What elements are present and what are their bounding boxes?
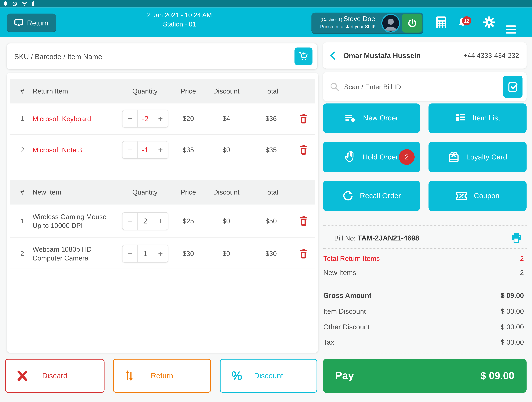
bill-label: Bill No: (334, 234, 358, 242)
cashier-text: (Cashier 1) Steve Doe Punch In to start … (314, 15, 381, 29)
col-discount: Discount (213, 188, 240, 196)
delete-item-button[interactable] (299, 114, 308, 124)
calculator-icon[interactable] (436, 16, 447, 29)
summary-value: $ 00.00 (501, 307, 524, 315)
return-action-button[interactable]: Return (113, 359, 211, 393)
quantity-value: 2 (137, 213, 153, 230)
col-discount: Discount (213, 87, 240, 95)
wifi-icon (22, 1, 27, 6)
quantity-stepper[interactable]: − -2 + (122, 110, 168, 127)
notification-badge: 12 (462, 16, 471, 25)
return-table-header: # Return Item Quantity Price Discount To… (10, 79, 315, 103)
decrease-button[interactable]: − (122, 245, 137, 262)
summary-value: $ 00.00 (501, 323, 524, 331)
quantity-stepper[interactable]: − -1 + (122, 141, 168, 159)
col-quantity: Quantity (132, 87, 158, 95)
col-price: Price (181, 188, 196, 196)
cashier-subtitle: Punch In to start your Shift! (314, 24, 381, 29)
add-to-cart-button[interactable] (294, 48, 312, 65)
recall-order-button[interactable]: Recall Order (323, 181, 420, 211)
customer-name: Omar Mustafa Hussein (343, 51, 421, 60)
discount-button[interactable]: % Discount (220, 359, 317, 393)
item-total: $36 (266, 115, 277, 123)
col-index: # (20, 188, 24, 196)
decrease-button[interactable]: − (122, 213, 137, 230)
discount-label: Discount (221, 371, 317, 380)
summary-label: Total Return Items (323, 254, 380, 263)
playlist-add-icon (345, 113, 356, 123)
summary-value: 2 (520, 269, 524, 277)
sku-search-input[interactable] (13, 43, 252, 70)
bill-search-card (323, 72, 526, 101)
delete-item-button[interactable] (299, 145, 308, 155)
loyalty-card-label: Loyalty Card (466, 153, 507, 161)
row-number: 2 (20, 146, 24, 154)
hand-icon (345, 151, 356, 163)
summary-label: Gross Amount (323, 291, 371, 300)
item-total: $35 (266, 146, 277, 154)
order-items-card: # Return Item Quantity Price Discount To… (7, 73, 318, 353)
bill-id-input[interactable] (343, 72, 481, 102)
status-bar (0, 0, 532, 7)
return-mode-button[interactable]: Return (7, 13, 56, 32)
menu-icon[interactable] (506, 25, 516, 35)
increase-button[interactable]: + (153, 110, 168, 127)
coupon-button[interactable]: Coupon (429, 181, 526, 211)
clipboard-check-icon (507, 81, 518, 93)
item-name: Microsoft Keyboard (33, 114, 113, 123)
clock-sync-icon (12, 1, 17, 6)
delete-item-button[interactable] (299, 216, 308, 226)
chevron-left-icon[interactable] (329, 51, 336, 60)
increase-button[interactable]: + (153, 213, 168, 230)
return-action-label: Return (114, 371, 210, 380)
new-item-row: 2 Webcam 1080p HD Computer Camera − 1 + … (10, 238, 315, 270)
airplay-return-icon (14, 19, 24, 27)
pay-label: Pay (335, 370, 354, 382)
quantity-stepper[interactable]: − 2 + (122, 212, 168, 230)
col-total: Total (264, 87, 278, 95)
delete-item-button[interactable] (299, 249, 308, 259)
decrease-button[interactable]: − (122, 110, 137, 127)
decrease-button[interactable]: − (122, 141, 137, 158)
cashier-chip[interactable]: (Cashier 1) Steve Doe Punch In to start … (311, 13, 424, 34)
item-price: $25 (183, 217, 194, 225)
summary-value: $ 00.00 (501, 338, 524, 346)
divider (323, 248, 526, 249)
pay-button[interactable]: Pay $ 09.00 (323, 359, 526, 393)
item-total: $50 (266, 217, 277, 225)
divider (323, 225, 526, 226)
summary-row-tax: Tax $ 00.00 (323, 336, 526, 348)
item-list-button[interactable]: Item List (429, 103, 526, 133)
divider (10, 269, 315, 269)
datetime-block: 2 Jan 2021 - 10:24 AM Station - 01 (147, 11, 212, 29)
increase-button[interactable]: + (153, 141, 168, 158)
station: Station - 01 (147, 20, 212, 29)
recall-order-label: Recall Order (360, 192, 401, 200)
loyalty-card-button[interactable]: Loyalty Card (429, 142, 526, 172)
quantity-value: -1 (137, 141, 153, 158)
quantity-stepper[interactable]: − 1 + (122, 245, 168, 263)
summary-label: Item Discount (323, 307, 366, 315)
new-order-button[interactable]: New Order (323, 103, 420, 133)
print-icon[interactable] (510, 232, 523, 244)
avatar (381, 14, 400, 33)
row-number: 1 (20, 217, 24, 225)
item-discount: $0 (222, 146, 230, 154)
hold-order-button[interactable]: Hold Order 2 (323, 142, 420, 172)
summary-row-total-return-items: Total Return Items 2 (323, 252, 526, 264)
customer-phone: +44 4333-434-232 (463, 51, 519, 59)
bill-lookup-button[interactable] (503, 76, 523, 98)
summary-row-new-items: New Items 2 (323, 267, 526, 279)
new-table-header: # New Item Quantity Price Discount Total (10, 180, 315, 205)
discard-label: Discard (6, 371, 104, 380)
discard-button[interactable]: Discard (5, 359, 104, 393)
row-number: 2 (20, 250, 24, 258)
gear-icon[interactable] (483, 16, 495, 28)
item-name: Microsoft Note 3 (33, 145, 113, 154)
pay-amount: $ 09.00 (481, 370, 514, 382)
punch-in-power-button[interactable] (402, 14, 422, 33)
refresh-icon (342, 190, 353, 201)
item-price: $35 (183, 146, 194, 154)
summary-label: Other Discount (323, 323, 370, 331)
increase-button[interactable]: + (153, 245, 168, 262)
